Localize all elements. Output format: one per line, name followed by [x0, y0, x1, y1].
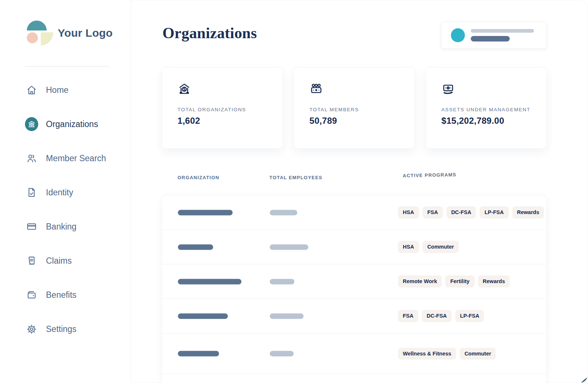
sidebar-item-label: Settings: [46, 324, 76, 334]
svg-text:$: $: [183, 87, 186, 91]
sidebar-item-label: Identity: [46, 188, 73, 198]
table-row[interactable]: Wellness & FitnessCommuter: [162, 333, 546, 374]
avatar: [451, 28, 465, 42]
bank-dollar-icon: $: [178, 82, 283, 97]
banknote-icon: [441, 82, 546, 97]
organization-name-placeholder: [178, 244, 213, 250]
table-row[interactable]: HSACommuter: [162, 230, 546, 264]
dashboard-page: Your Logo Home $: [0, 0, 588, 383]
table-row[interactable]: HSAFSADC-FSALP-FSARewards: [162, 195, 546, 230]
home-icon: [25, 83, 38, 97]
sidebar-item-claims[interactable]: Claims: [25, 252, 121, 270]
program-badge: HSA: [398, 241, 419, 253]
receipt-icon: [25, 254, 38, 267]
members-banknote-icon: [309, 82, 415, 97]
stat-label: ASSETS UNDER MANAGEMENT: [441, 107, 546, 112]
sidebar-item-label: Organizations: [46, 119, 98, 129]
credit-card-icon: [25, 220, 38, 233]
column-header-active-programs: ACTIVE PROGRAMS: [403, 172, 456, 178]
sidebar-item-label: Benefits: [46, 290, 76, 300]
sidebar-nav: Home $ Organizations: [25, 81, 121, 354]
program-badge: Rewards: [478, 275, 510, 288]
active-item-circle: $: [25, 117, 38, 131]
bank-icon: $: [25, 118, 38, 131]
user-name-placeholder: [471, 29, 534, 33]
stat-value: $15,202,789.00: [441, 116, 546, 126]
user-menu-card[interactable]: [441, 22, 547, 49]
page-title: Organizations: [162, 24, 257, 42]
total-employees-placeholder: [270, 279, 294, 284]
svg-text:$: $: [31, 123, 32, 126]
total-employees-placeholder: [270, 210, 297, 215]
logo: Your Logo: [27, 21, 113, 46]
active-programs-badges: Wellness & FitnessCommuter: [398, 333, 496, 374]
sidebar-item-member-search[interactable]: Member Search: [25, 149, 121, 167]
sidebar-item-label: Home: [46, 85, 68, 95]
program-badge: HSA: [398, 206, 419, 218]
people-icon: [25, 152, 38, 165]
sidebar-item-benefits[interactable]: Benefits: [25, 286, 121, 304]
organization-name-placeholder: [178, 351, 219, 357]
organization-name-placeholder: [178, 279, 241, 284]
organization-name-placeholder: [178, 313, 228, 319]
sidebar: Your Logo Home $: [0, 0, 131, 383]
stat-label: TOTAL MEMBERS: [309, 107, 415, 112]
organization-name-placeholder: [178, 210, 233, 215]
stat-value: 1,602: [178, 116, 283, 126]
program-badge: FSA: [423, 206, 443, 218]
column-header-total-employees: TOTAL EMPLOYEES: [269, 175, 322, 180]
program-badge: Remote Work: [398, 275, 442, 288]
user-placeholder-lines: [471, 29, 534, 41]
active-programs-badges: FSADC-FSALP-FSA: [398, 299, 484, 333]
gear-icon: [25, 322, 38, 336]
logo-circle-shape: [27, 32, 38, 43]
stat-card-assets-under-management: ASSETS UNDER MANAGEMENT $15,202,789.00: [426, 67, 547, 149]
stat-card-total-organizations: $ TOTAL ORGANIZATIONS 1,602: [162, 67, 283, 149]
program-badge: LP-FSA: [455, 310, 484, 322]
sidebar-item-banking[interactable]: Banking: [25, 218, 121, 235]
active-programs-badges: HSAFSADC-FSALP-FSARewards: [398, 195, 544, 230]
sidebar-item-label: Member Search: [46, 153, 106, 163]
active-programs-badges: Remote WorkFertilityRewards: [398, 264, 510, 299]
program-badge: LP-FSA: [480, 206, 508, 218]
wallet-icon: [25, 288, 38, 301]
organizations-table: HSAFSADC-FSALP-FSARewards HSACommuter Re…: [162, 195, 547, 383]
column-header-organization: ORGANIZATION: [178, 175, 219, 180]
user-role-placeholder: [471, 36, 510, 41]
program-badge: Commuter: [460, 348, 496, 360]
table-row[interactable]: Remote WorkFertilityRewards: [162, 264, 546, 299]
table-row[interactable]: FSADC-FSALP-FSA: [162, 299, 546, 333]
sidebar-item-home[interactable]: Home: [25, 81, 121, 99]
sidebar-item-organizations[interactable]: $ Organizations: [25, 115, 121, 133]
total-employees-placeholder: [270, 313, 304, 319]
main-content: Organizations $: [131, 0, 588, 383]
program-badge: DC-FSA: [447, 206, 476, 218]
program-badge: Fertility: [445, 275, 474, 288]
program-badge: Rewards: [512, 206, 544, 218]
logo-text: Your Logo: [58, 27, 113, 39]
logo-mark: [27, 21, 54, 46]
sidebar-item-label: Banking: [46, 222, 76, 232]
document-check-icon: [25, 186, 38, 199]
program-badge: Wellness & Fitness: [398, 348, 456, 360]
program-badge: Commuter: [423, 241, 459, 253]
stat-cards: $ TOTAL ORGANIZATIONS 1,602: [162, 67, 547, 149]
stat-label: TOTAL ORGANIZATIONS: [178, 107, 283, 112]
total-employees-placeholder: [270, 351, 294, 357]
program-badge: DC-FSA: [422, 310, 452, 322]
total-employees-placeholder: [270, 244, 308, 250]
logo-quarter-shape: [41, 32, 53, 46]
logo-semicircle-shape: [27, 21, 47, 30]
program-badge: FSA: [398, 310, 418, 322]
stat-card-total-members: TOTAL MEMBERS 50,789: [294, 67, 415, 149]
sidebar-divider: [25, 66, 109, 66]
sidebar-item-identity[interactable]: Identity: [25, 184, 121, 201]
active-programs-badges: HSACommuter: [398, 230, 459, 264]
stat-value: 50,789: [309, 116, 415, 126]
sidebar-item-label: Claims: [46, 256, 72, 266]
sidebar-item-settings[interactable]: Settings: [25, 320, 121, 338]
table-header-row: ORGANIZATION TOTAL EMPLOYEES ACTIVE PROG…: [162, 175, 547, 182]
